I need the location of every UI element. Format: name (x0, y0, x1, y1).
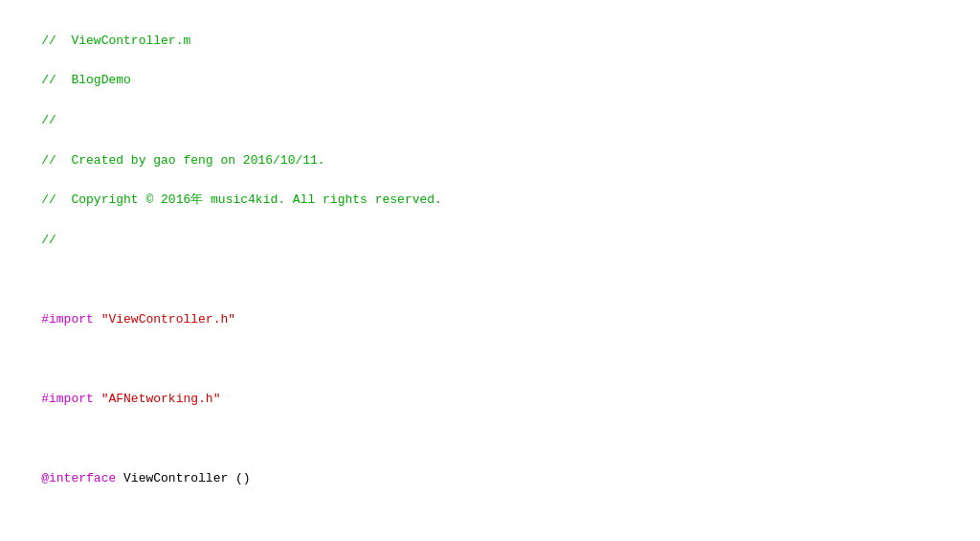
interface-keyword: @interface (41, 471, 116, 485)
import-string-2: "AFNetworking.h" (101, 392, 221, 406)
comment-line-5: // Copyright © 2016年 music4kid. All righ… (41, 192, 442, 207)
import-keyword-1: #import (41, 312, 94, 327)
import-keyword-2: #import (41, 392, 94, 406)
comment-line-1: // ViewController.m (41, 34, 190, 48)
import-space-2 (94, 392, 101, 406)
comment-line-3: // (41, 113, 56, 127)
code-editor[interactable]: // ViewController.m // BlogDemo // // Cr… (0, 0, 980, 541)
interface-rest: () (228, 471, 250, 485)
comment-line-6: // (41, 233, 56, 247)
import-string-1: "ViewController.h" (101, 312, 235, 327)
import-space-1 (94, 312, 101, 327)
interface-classname: ViewController (116, 471, 228, 485)
comment-line-4: // Created by gao feng on 2016/10/11. (41, 153, 324, 168)
comment-line-2: // BlogDemo (41, 73, 131, 87)
code-content: // ViewController.m // BlogDemo // // Cr… (0, 8, 980, 541)
